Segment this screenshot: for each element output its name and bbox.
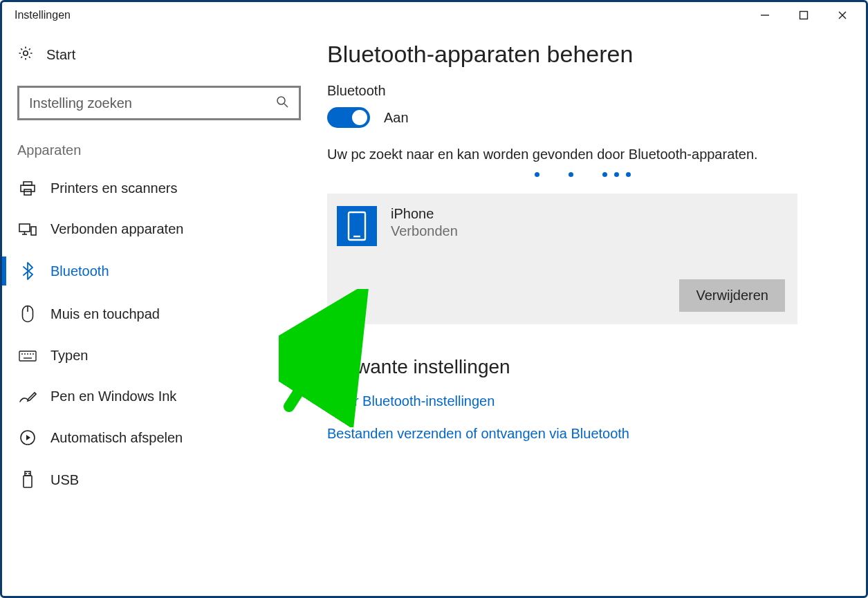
bluetooth-toggle[interactable] — [327, 107, 370, 128]
svg-rect-13 — [31, 227, 36, 235]
autoplay-icon — [19, 429, 37, 446]
minimize-button[interactable] — [746, 2, 784, 28]
sidebar-item-label: Muis en touchpad — [50, 306, 160, 322]
sidebar-item-autoplay[interactable]: Automatisch afspelen — [9, 417, 306, 458]
sidebar-item-label: Printers en scanners — [50, 180, 177, 196]
bluetooth-section-label: Bluetooth — [327, 83, 838, 99]
search-input[interactable]: Instelling zoeken — [17, 86, 301, 120]
svg-rect-8 — [21, 185, 35, 191]
sidebar-item-label: Typen — [50, 348, 88, 364]
sidebar-item-label: Bluetooth — [50, 263, 109, 279]
printer-icon — [19, 181, 37, 196]
svg-point-4 — [24, 51, 28, 55]
link-send-receive-files[interactable]: Bestanden verzenden of ontvangen via Blu… — [327, 426, 838, 442]
phone-icon — [337, 206, 377, 246]
maximize-button[interactable] — [784, 2, 823, 28]
pen-icon — [19, 390, 37, 404]
svg-point-5 — [277, 97, 285, 104]
sidebar-item-usb[interactable]: USB — [9, 458, 306, 501]
searching-indicator — [459, 172, 708, 177]
window-title: Instellingen — [15, 9, 71, 21]
remove-device-button[interactable]: Verwijderen — [679, 279, 785, 312]
sidebar-section-header: Apparaten — [9, 138, 306, 162]
svg-rect-1 — [800, 12, 808, 19]
close-button[interactable] — [823, 2, 862, 28]
sidebar-item-label: Pen en Windows Ink — [50, 389, 176, 404]
sidebar-item-mouse[interactable]: Muis en touchpad — [9, 292, 306, 335]
bluetooth-toggle-row: Aan — [327, 107, 838, 128]
device-status: Verbonden — [391, 223, 458, 239]
start-label: Start — [46, 47, 75, 63]
sidebar-item-pen[interactable]: Pen en Windows Ink — [9, 376, 306, 417]
toggle-knob — [352, 110, 367, 125]
toggle-state-label: Aan — [384, 110, 409, 126]
sidebar-item-label: Verbonden apparaten — [50, 221, 183, 237]
svg-line-6 — [284, 104, 288, 107]
connected-devices-icon — [19, 223, 37, 236]
sidebar-item-label: USB — [50, 472, 79, 488]
mouse-icon — [19, 305, 37, 323]
svg-rect-10 — [19, 224, 30, 232]
bluetooth-status-text: Uw pc zoekt naar en kan worden gevonden … — [327, 144, 770, 165]
sidebar-item-bluetooth[interactable]: Bluetooth — [9, 250, 306, 292]
svg-rect-9 — [24, 189, 31, 195]
device-name: iPhone — [391, 206, 458, 222]
svg-rect-26 — [24, 476, 32, 487]
keyboard-icon — [19, 351, 37, 362]
sidebar: Start Instelling zoeken Apparaten Printe… — [2, 28, 313, 596]
related-settings-title: Verwante instellingen — [327, 356, 838, 378]
gear-icon — [17, 45, 34, 65]
usb-icon — [19, 471, 37, 489]
search-placeholder: Instelling zoeken — [29, 95, 132, 111]
device-card-iphone[interactable]: iPhone Verbonden Verwijderen — [327, 194, 797, 324]
settings-window: Instellingen Start — [0, 0, 868, 598]
start-button[interactable]: Start — [9, 41, 306, 69]
sidebar-item-printers[interactable]: Printers en scanners — [9, 168, 306, 209]
bluetooth-icon — [19, 262, 37, 280]
window-controls — [746, 2, 862, 28]
sidebar-item-label: Automatisch afspelen — [50, 430, 183, 446]
main-content: Bluetooth-apparaten beheren Bluetooth Aa… — [313, 28, 866, 596]
link-more-bluetooth-settings[interactable]: Meer Bluetooth-instellingen — [327, 393, 838, 409]
sidebar-item-typing[interactable]: Typen — [9, 335, 306, 376]
titlebar: Instellingen — [2, 2, 866, 28]
page-title: Bluetooth-apparaten beheren — [327, 41, 838, 68]
search-icon — [275, 95, 289, 111]
svg-marker-24 — [26, 435, 30, 440]
svg-rect-16 — [19, 351, 36, 361]
sidebar-item-connected-devices[interactable]: Verbonden apparaten — [9, 209, 306, 250]
